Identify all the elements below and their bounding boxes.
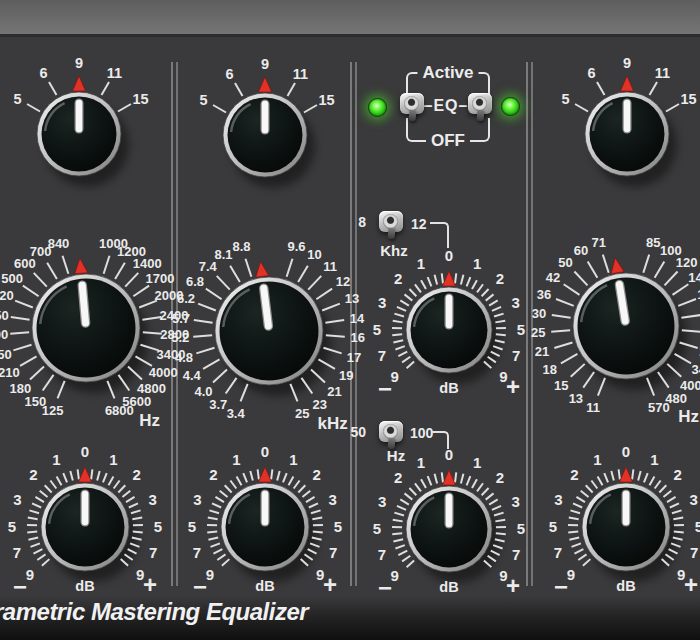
svg-text:5.2: 5.2 [171, 330, 189, 345]
pointer-triangle [73, 258, 87, 274]
svg-text:4.8: 4.8 [175, 350, 193, 365]
svg-text:420: 420 [0, 288, 14, 303]
svg-text:1: 1 [109, 451, 117, 468]
svg-text:5: 5 [334, 518, 342, 535]
svg-text:3: 3 [554, 491, 562, 508]
svg-text:11: 11 [323, 259, 337, 274]
eq-toggle-switch-right[interactable] [468, 93, 492, 114]
svg-text:0: 0 [445, 247, 453, 264]
unit-label: dB [255, 578, 274, 594]
svg-text:10: 10 [307, 247, 321, 262]
svg-text:15: 15 [680, 91, 696, 107]
svg-text:+: + [684, 571, 698, 598]
svg-text:11: 11 [107, 65, 122, 81]
svg-text:5: 5 [517, 321, 525, 338]
svg-text:6: 6 [225, 66, 233, 82]
svg-text:7: 7 [378, 546, 386, 563]
svg-text:5: 5 [188, 518, 196, 535]
svg-text:15: 15 [554, 378, 568, 393]
svg-text:180: 180 [10, 381, 32, 396]
svg-text:9: 9 [623, 55, 631, 71]
svg-text:500: 500 [1, 271, 23, 286]
svg-text:2: 2 [132, 466, 140, 483]
svg-text:15: 15 [318, 92, 334, 108]
svg-text:3: 3 [378, 294, 386, 311]
svg-text:300: 300 [0, 327, 8, 342]
svg-text:1: 1 [52, 451, 60, 468]
svg-text:1: 1 [593, 451, 601, 468]
svg-text:6: 6 [587, 65, 595, 81]
pointer-triangle [443, 271, 456, 286]
svg-text:5: 5 [8, 518, 16, 535]
svg-text:9: 9 [261, 56, 269, 72]
svg-text:6: 6 [39, 65, 47, 81]
svg-text:1: 1 [417, 454, 425, 471]
pointer-triangle [443, 470, 456, 485]
svg-text:3: 3 [690, 491, 698, 508]
active-label: Active [417, 63, 478, 83]
svg-text:210: 210 [0, 365, 20, 380]
svg-text:120: 120 [676, 255, 698, 270]
eq-active-led-right [501, 97, 520, 116]
svg-text:3: 3 [329, 491, 337, 508]
svg-text:0: 0 [622, 443, 630, 460]
svg-text:7: 7 [329, 544, 337, 561]
knob-body [578, 278, 675, 375]
svg-text:2: 2 [312, 466, 320, 483]
svg-text:140: 140 [688, 270, 700, 285]
svg-text:1: 1 [417, 255, 425, 272]
svg-text:340: 340 [691, 362, 700, 377]
svg-text:5: 5 [695, 518, 700, 535]
svg-text:5: 5 [561, 91, 569, 107]
svg-text:50: 50 [558, 255, 572, 270]
svg-text:60: 60 [574, 243, 588, 258]
svg-text:840: 840 [48, 236, 70, 251]
svg-text:7: 7 [193, 544, 201, 561]
svg-text:0: 0 [81, 443, 89, 460]
svg-text:3: 3 [193, 491, 201, 508]
svg-text:3: 3 [512, 294, 520, 311]
svg-text:5: 5 [549, 518, 557, 535]
svg-text:6.2: 6.2 [177, 291, 195, 306]
product-name: rametric Mastering Equalizer [0, 598, 308, 626]
svg-text:11: 11 [586, 400, 600, 415]
pointer-triangle [620, 467, 633, 482]
svg-text:+: + [143, 571, 157, 598]
svg-text:7: 7 [512, 347, 520, 364]
svg-text:2: 2 [394, 270, 402, 287]
svg-text:3.7: 3.7 [209, 397, 227, 412]
svg-text:2: 2 [496, 270, 504, 287]
svg-text:5.7: 5.7 [172, 311, 190, 326]
svg-text:2: 2 [29, 466, 37, 483]
svg-text:350: 350 [0, 308, 9, 323]
svg-text:3: 3 [149, 491, 157, 508]
svg-text:7: 7 [13, 544, 21, 561]
pointer-triangle [254, 261, 269, 277]
svg-text:0: 0 [445, 446, 453, 463]
off-bracket: OFF [406, 118, 490, 142]
unit-label: dB [439, 579, 458, 595]
svg-text:0: 0 [261, 443, 269, 460]
svg-text:7: 7 [378, 347, 386, 364]
svg-text:13: 13 [569, 391, 583, 406]
hi-shelf-gain-knob[interactable]: 0112233557799−+dB [342, 223, 556, 437]
pointer-triangle [621, 76, 634, 91]
svg-text:570: 570 [648, 400, 670, 415]
svg-text:8.8: 8.8 [232, 239, 250, 254]
svg-text:−: − [378, 375, 392, 402]
svg-text:5: 5 [373, 520, 381, 537]
unit-label: dB [616, 578, 635, 594]
svg-text:7: 7 [554, 544, 562, 561]
svg-text:2: 2 [394, 469, 402, 486]
svg-text:2: 2 [673, 466, 681, 483]
band1-width-knob[interactable]: 5691115 [0, 28, 185, 240]
svg-text:1: 1 [473, 255, 481, 272]
svg-text:2: 2 [570, 466, 578, 483]
svg-text:1: 1 [650, 451, 658, 468]
pointer-triangle [73, 76, 86, 91]
pointer-triangle [259, 467, 272, 482]
svg-text:150: 150 [24, 394, 46, 409]
eq-toggle-switch-left[interactable] [400, 93, 424, 114]
unit-label: dB [439, 380, 458, 396]
svg-text:5: 5 [13, 91, 21, 107]
